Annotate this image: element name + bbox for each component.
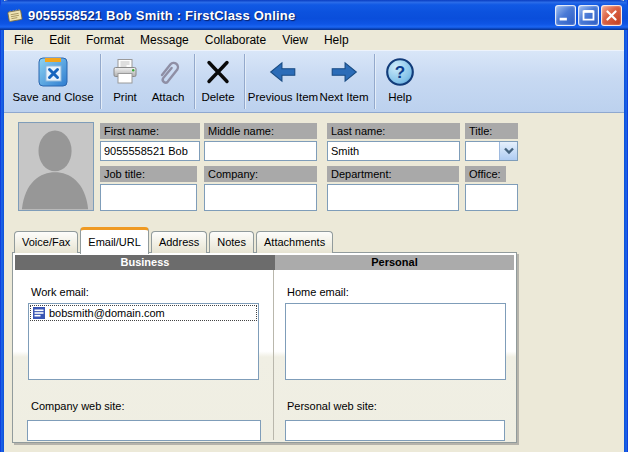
attach-icon [153, 53, 183, 91]
previous-item-icon [268, 53, 298, 91]
office-input[interactable] [465, 184, 518, 211]
first-name-input[interactable] [100, 141, 200, 161]
toolbar: Save and Close Print Attach [4, 50, 624, 113]
menu-message[interactable]: Message [132, 31, 197, 50]
save-and-close-icon [36, 53, 70, 91]
title-label: Title: [465, 123, 518, 139]
maximize-button[interactable] [578, 5, 599, 26]
tab-address[interactable]: Address [151, 231, 207, 253]
window-title: 9055558521 Bob Smith : FirstClass Online [28, 8, 555, 23]
window-titlebar[interactable]: 9055558521 Bob Smith : FirstClass Online [0, 0, 628, 30]
business-column-header: Business [15, 255, 275, 270]
toolbar-separator [100, 54, 101, 109]
first-name-label: First name: [100, 123, 200, 139]
job-title-label: Job title: [100, 166, 197, 182]
contact-photo-placeholder[interactable] [18, 122, 94, 211]
previous-item-label: Previous Item [248, 91, 318, 103]
title-select[interactable] [465, 141, 518, 161]
company-website-label: Company web site: [31, 400, 125, 412]
previous-item-button[interactable]: Previous Item [248, 53, 318, 111]
last-name-input[interactable] [327, 141, 460, 161]
home-email-listbox[interactable] [285, 303, 506, 380]
help-label: Help [388, 91, 412, 103]
column-divider [273, 270, 274, 440]
menu-collaborate[interactable]: Collaborate [197, 31, 274, 50]
tab-strip: Voice/Fax Email/URL Address Notes Attach… [14, 227, 333, 253]
print-label: Print [113, 91, 137, 103]
menu-help[interactable]: Help [316, 31, 357, 50]
company-label: Company: [204, 166, 317, 182]
close-button[interactable] [601, 5, 622, 26]
next-item-label: Next Item [319, 91, 368, 103]
minimize-button[interactable] [555, 5, 576, 26]
middle-name-input[interactable] [204, 141, 317, 161]
toolbar-separator [194, 54, 195, 109]
personal-column-header: Personal [275, 255, 514, 270]
attach-label: Attach [152, 91, 185, 103]
menu-bar: File Edit Format Message Collaborate Vie… [4, 30, 624, 50]
work-email-item[interactable]: bobsmith@domain.com [30, 305, 257, 321]
company-website-input[interactable] [27, 420, 261, 441]
work-email-address: bobsmith@domain.com [49, 307, 165, 319]
save-and-close-label: Save and Close [12, 91, 93, 103]
email-url-panel: Business Personal Work email: bobsmith@d… [12, 252, 517, 443]
tab-voice-fax[interactable]: Voice/Fax [14, 231, 78, 253]
app-icon [7, 7, 23, 23]
chevron-down-icon[interactable] [499, 142, 517, 160]
help-button[interactable]: ? Help [378, 53, 422, 111]
tab-attachments[interactable]: Attachments [256, 231, 333, 253]
toolbar-separator [244, 54, 245, 109]
next-item-button[interactable]: Next Item [318, 53, 370, 111]
next-item-icon [329, 53, 359, 91]
email-icon [33, 307, 45, 319]
print-button[interactable]: Print [104, 53, 146, 111]
window-border-right [624, 0, 628, 452]
print-icon [110, 53, 140, 91]
personal-website-label: Personal web site: [287, 400, 377, 412]
help-icon: ? [384, 53, 416, 91]
department-label: Department: [327, 166, 459, 182]
toolbar-separator [374, 54, 375, 109]
company-input[interactable] [204, 184, 317, 211]
personal-website-input[interactable] [285, 420, 505, 441]
menu-edit[interactable]: Edit [41, 31, 78, 50]
work-email-label: Work email: [31, 286, 89, 298]
department-input[interactable] [327, 184, 459, 211]
job-title-input[interactable] [100, 184, 197, 211]
menu-format[interactable]: Format [78, 31, 132, 50]
menu-file[interactable]: File [6, 31, 41, 50]
delete-label: Delete [201, 91, 234, 103]
window-border-left [0, 0, 4, 452]
svg-text:?: ? [395, 63, 405, 82]
delete-icon [203, 53, 233, 91]
tab-email-url[interactable]: Email/URL [80, 227, 149, 254]
office-label: Office: [465, 166, 506, 182]
tab-notes[interactable]: Notes [209, 231, 254, 253]
menu-view[interactable]: View [274, 31, 316, 50]
delete-button[interactable]: Delete [196, 53, 240, 111]
home-email-label: Home email: [287, 286, 349, 298]
middle-name-label: Middle name: [204, 123, 317, 139]
save-and-close-button[interactable]: Save and Close [10, 53, 96, 111]
last-name-label: Last name: [327, 123, 460, 139]
work-email-listbox[interactable]: bobsmith@domain.com [28, 303, 259, 380]
attach-button[interactable]: Attach [146, 53, 190, 111]
